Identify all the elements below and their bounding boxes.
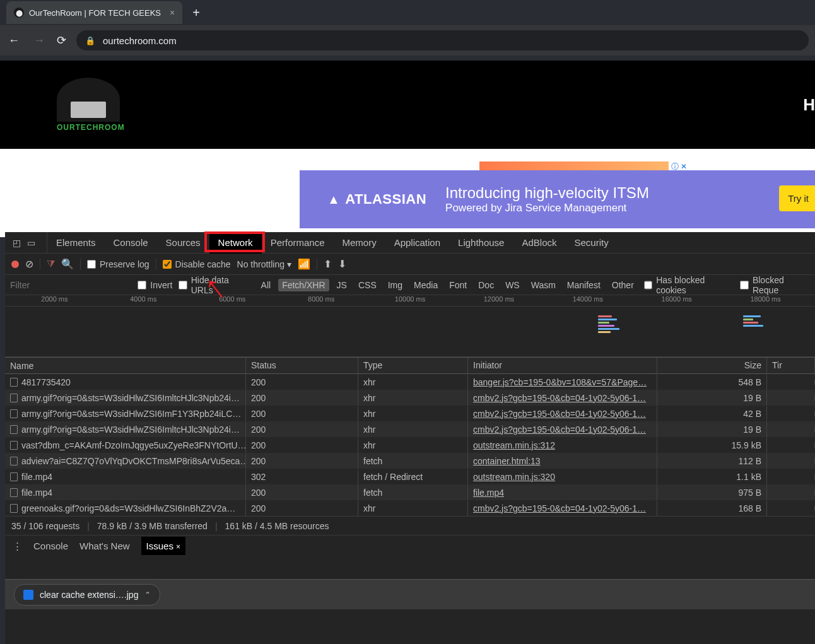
drawer-tab-whatsnew[interactable]: What's New — [79, 541, 130, 551]
document-icon — [10, 504, 18, 513]
ad-cta-button[interactable]: Try it — [779, 185, 815, 211]
atlassian-icon: ▲ — [327, 192, 340, 207]
header-right-letter: H — [803, 95, 815, 115]
download-chip[interactable]: clear cache extensi….jpg ⌃ — [14, 584, 160, 606]
table-row[interactable]: army.gif?orig=0&sts=W3sidHlwZSI6ImltcHJl… — [5, 390, 815, 406]
document-icon — [10, 488, 18, 497]
download-filename: clear cache extensi….jpg — [40, 590, 138, 600]
transferred-size: 78.9 kB / 3.9 MB transferred — [97, 521, 208, 531]
document-icon — [10, 441, 18, 450]
devtools-tab-memory[interactable]: Memory — [334, 232, 385, 254]
close-icon[interactable]: × — [176, 542, 180, 551]
logo-emblem-icon — [57, 78, 120, 122]
col-type[interactable]: Type — [358, 358, 468, 373]
filter-type-wasm[interactable]: Wasm — [527, 279, 560, 291]
filter-type-manifest[interactable]: Manifest — [563, 279, 604, 291]
col-status[interactable]: Status — [246, 358, 358, 373]
filter-type-fetchxhr[interactable]: Fetch/XHR — [278, 279, 329, 291]
drawer-more-icon[interactable]: ⋮ — [13, 541, 22, 552]
filter-type-font[interactable]: Font — [445, 279, 471, 291]
filter-type-ws[interactable]: WS — [501, 279, 524, 291]
reload-button[interactable]: ⟳ — [57, 33, 66, 47]
devtools-tab-sources[interactable]: Sources — [157, 232, 209, 254]
devtools-tab-elements[interactable]: Elements — [47, 232, 105, 254]
ad-banner[interactable]: ▲ATLASSIAN Introducing high-velocity ITS… — [300, 170, 815, 228]
table-row[interactable]: file.mp4200fetchfile.mp4975 B — [5, 484, 815, 500]
document-icon — [10, 457, 18, 465]
overview-burst — [598, 314, 623, 349]
devtools-tab-security[interactable]: Security — [566, 232, 618, 254]
devtools-tab-adblock[interactable]: AdBlock — [513, 232, 565, 254]
network-toolbar: ⊘ ⧩ 🔍 Preserve log Disable cache No thro… — [5, 254, 815, 275]
table-row[interactable]: adview?ai=C8Z7Q7oVlYqDvOKCTmsMP8ri8sArVu… — [5, 453, 815, 469]
preserve-log-checkbox[interactable]: Preserve log — [87, 259, 150, 269]
table-row[interactable]: file.mp4302fetch / Redirectoutstream.min… — [5, 469, 815, 484]
lock-icon: 🔒 — [85, 36, 95, 45]
logo-text: OURTECHROOM — [57, 123, 125, 132]
filter-type-media[interactable]: Media — [410, 279, 442, 291]
browser-tab[interactable]: ⬤ OurTechRoom | FOR TECH GEEKS × — [6, 1, 182, 24]
drawer-tab-issues[interactable]: Issues× — [141, 537, 185, 555]
upload-har-icon[interactable]: ⬆ — [324, 258, 332, 270]
filter-icon[interactable]: ⧩ — [47, 259, 55, 270]
record-button[interactable] — [11, 261, 19, 268]
network-table: Name Status Type Initiator Size Tir 4817… — [5, 357, 815, 516]
filter-type-js[interactable]: JS — [333, 279, 351, 291]
col-size[interactable]: Size — [657, 358, 767, 373]
chevron-up-icon[interactable]: ⌃ — [144, 590, 151, 599]
devtools-tab-application[interactable]: Application — [385, 232, 449, 254]
address-bar[interactable]: 🔒 ourtechroom.com — [76, 30, 809, 50]
table-row[interactable]: army.gif?orig=0&sts=W3sidHlwZSI6ImltcHJl… — [5, 421, 815, 437]
document-icon — [10, 472, 18, 481]
table-row[interactable]: army.gif?orig=0&sts=W3sidHlwZSI6ImF1Y3Rp… — [5, 406, 815, 421]
devtools-tab-performance[interactable]: Performance — [262, 232, 334, 254]
back-button[interactable]: ← — [6, 34, 21, 47]
resources-size: 161 kB / 4.5 MB resources — [225, 521, 329, 531]
inspect-icon[interactable]: ◰ — [13, 238, 21, 248]
downloads-bar: clear cache extensi….jpg ⌃ — [5, 579, 815, 609]
wifi-icon[interactable]: 📶 — [298, 258, 310, 270]
col-initiator[interactable]: Initiator — [468, 358, 657, 373]
filter-type-all[interactable]: All — [257, 279, 275, 291]
filter-input[interactable] — [10, 280, 131, 290]
forward-button[interactable]: → — [32, 34, 47, 47]
filter-type-img[interactable]: Img — [384, 279, 406, 291]
device-toggle-icon[interactable]: ▭ — [27, 238, 35, 248]
network-overview[interactable] — [5, 307, 815, 357]
timeline-ruler: 2000 ms4000 ms6000 ms8000 ms10000 ms1200… — [5, 295, 815, 307]
devtools-tab-network[interactable]: Network — [209, 232, 262, 254]
ad-logo: ▲ATLASSIAN — [327, 191, 426, 208]
invert-checkbox[interactable]: Invert — [138, 280, 172, 290]
site-logo[interactable]: OURTECHROOM — [57, 78, 125, 132]
filter-type-css[interactable]: CSS — [355, 279, 380, 291]
disable-cache-checkbox[interactable]: Disable cache — [163, 259, 231, 269]
table-row[interactable]: 4817735420200xhrbanger.js?cb=195-0&bv=10… — [5, 374, 815, 390]
new-tab-button[interactable]: + — [192, 6, 200, 20]
clear-button[interactable]: ⊘ — [25, 258, 33, 270]
hide-data-urls-checkbox[interactable]: Hide data URLs — [179, 275, 250, 295]
document-icon — [10, 425, 18, 434]
ad-thumbnail — [479, 161, 669, 170]
browser-chrome: ⬤ OurTechRoom | FOR TECH GEEKS × + ← → ⟳… — [0, 0, 815, 56]
table-row[interactable]: vast?dbm_c=AKAmf-DzoImJqgye5uxZyeRe3FNYt… — [5, 437, 815, 453]
tab-title: OurTechRoom | FOR TECH GEEKS — [29, 8, 161, 18]
drawer-tab-console[interactable]: Console — [33, 541, 68, 551]
blocked-requests-checkbox[interactable]: Blocked Reque — [740, 275, 810, 295]
col-time[interactable]: Tir — [767, 358, 815, 373]
close-tab-icon[interactable]: × — [170, 8, 175, 18]
blocked-cookies-checkbox[interactable]: Has blocked cookies — [644, 275, 734, 295]
table-row[interactable]: greenoaks.gif?orig=0&ds=W3sidHlwZSI6InBh… — [5, 500, 815, 516]
search-icon[interactable]: 🔍 — [61, 258, 74, 270]
devtools-tab-console[interactable]: Console — [105, 232, 157, 254]
download-har-icon[interactable]: ⬇ — [338, 258, 346, 270]
table-header: Name Status Type Initiator Size Tir — [5, 358, 815, 374]
ad-copy: Introducing high-velocity ITSM Powered b… — [445, 184, 649, 214]
document-icon — [10, 378, 18, 387]
devtools-tabs: ◰ ▭ ElementsConsoleSourcesNetworkPerform… — [5, 232, 815, 254]
throttling-select[interactable]: No throttling ▾ — [237, 259, 291, 269]
devtools-tab-lighthouse[interactable]: Lighthouse — [449, 232, 513, 254]
filter-type-doc[interactable]: Doc — [474, 279, 498, 291]
col-name[interactable]: Name — [5, 358, 246, 373]
favicon-icon: ⬤ — [14, 8, 24, 18]
filter-type-other[interactable]: Other — [608, 279, 638, 291]
